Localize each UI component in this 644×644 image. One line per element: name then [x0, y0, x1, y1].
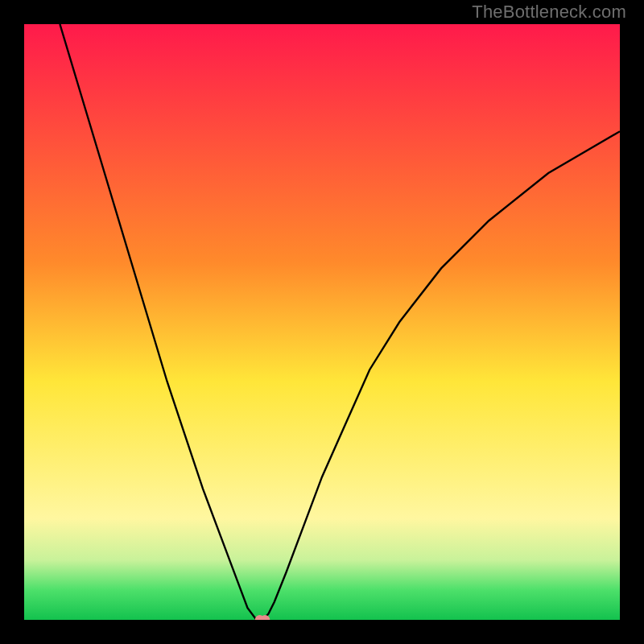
- watermark-text: TheBottleneck.com: [472, 2, 626, 23]
- chart-svg: [24, 24, 620, 620]
- gradient-background: [24, 24, 620, 620]
- chart-frame: TheBottleneck.com: [0, 0, 644, 644]
- plot-area: [24, 24, 620, 620]
